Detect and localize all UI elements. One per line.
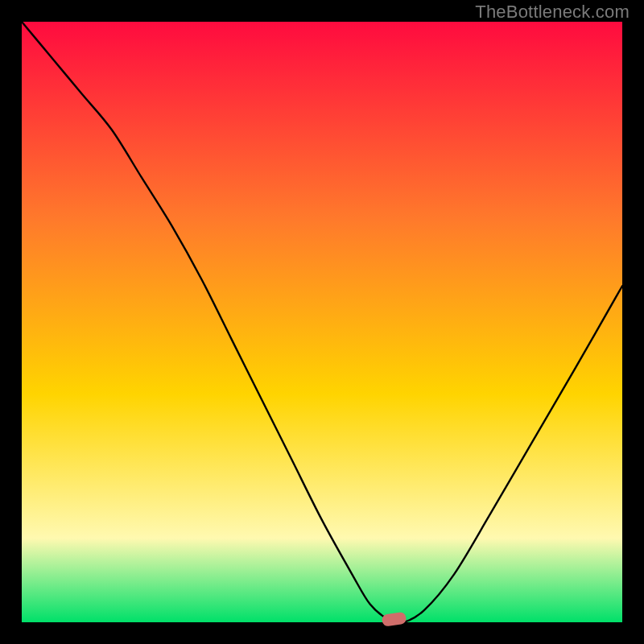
bottleneck-chart: [0, 0, 644, 644]
plot-area: [22, 22, 622, 622]
watermark-text: TheBottleneck.com: [475, 2, 630, 23]
